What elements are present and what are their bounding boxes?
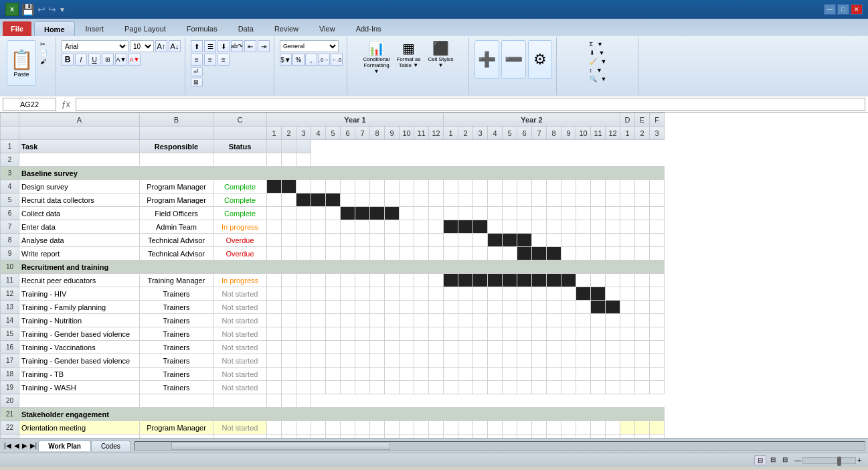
page-break-view-btn[interactable]: ⊟ <box>780 455 790 465</box>
table-row[interactable]: 8Analyse dataTechnical AdvisorOverdue <box>1 234 665 247</box>
table-row[interactable]: 17Training - Gender based violenceTraine… <box>1 354 665 368</box>
gantt-cell[interactable] <box>561 180 576 193</box>
paste-button[interactable]: 📋 Paste <box>7 40 36 86</box>
gantt-cell[interactable] <box>532 381 547 394</box>
gantt-cell[interactable] <box>311 193 326 207</box>
extra-cell[interactable] <box>635 274 650 287</box>
gantt-cell[interactable] <box>561 421 576 435</box>
gantt-cell[interactable] <box>488 421 503 435</box>
gantt-cell[interactable] <box>429 234 444 247</box>
gantt-cell[interactable] <box>458 220 473 234</box>
tab-first-btn[interactable]: |◀ <box>3 441 13 451</box>
extra-month-5[interactable]: 3 <box>650 127 665 140</box>
gantt-cell[interactable] <box>400 193 414 207</box>
status-cell[interactable]: Not started <box>213 354 267 368</box>
gantt-cell[interactable] <box>429 193 444 207</box>
gantt-cell[interactable] <box>576 354 591 368</box>
gantt-cell[interactable] <box>341 234 355 247</box>
extra-cell[interactable] <box>267 394 282 408</box>
gantt-cell[interactable] <box>341 180 355 193</box>
responsible-cell[interactable]: Trainers <box>140 381 213 394</box>
gantt-cell[interactable] <box>400 180 414 193</box>
y2-month-7[interactable]: 7 <box>532 127 547 140</box>
gantt-cell[interactable] <box>473 381 488 394</box>
gantt-cell[interactable] <box>400 247 414 260</box>
gantt-cell[interactable] <box>341 274 355 287</box>
formula-function-icon[interactable]: ƒx <box>59 100 73 109</box>
gantt-cell[interactable] <box>473 314 488 327</box>
gantt-cell[interactable] <box>326 354 341 368</box>
extra-cell[interactable] <box>650 287 665 301</box>
gantt-cell[interactable] <box>296 327 311 341</box>
horizontal-scrollbar[interactable] <box>135 441 865 451</box>
gantt-cell[interactable] <box>576 234 591 247</box>
gantt-cell[interactable] <box>517 274 532 287</box>
extra-cell[interactable] <box>635 287 650 301</box>
gantt-cell[interactable] <box>561 327 576 341</box>
gantt-cell[interactable] <box>458 368 473 381</box>
gantt-cell[interactable] <box>355 368 370 381</box>
font-name-select[interactable]: Arial <box>62 40 128 52</box>
gantt-cell[interactable] <box>458 301 473 314</box>
gantt-cell[interactable] <box>473 421 488 435</box>
gantt-cell[interactable] <box>326 421 341 435</box>
gantt-cell[interactable] <box>606 314 620 327</box>
gantt-cell[interactable] <box>591 314 606 327</box>
gantt-cell[interactable] <box>355 220 370 234</box>
merge-center-button[interactable]: ⊠ <box>191 78 203 87</box>
font-size-select[interactable]: 10 <box>130 40 154 52</box>
gantt-cell[interactable] <box>370 421 385 435</box>
status-cell[interactable]: In progress <box>213 220 267 234</box>
gantt-cell[interactable] <box>429 180 444 193</box>
extra-cell[interactable] <box>635 247 650 260</box>
gantt-cell[interactable] <box>400 234 414 247</box>
zoom-in-btn[interactable]: + <box>857 457 861 464</box>
task-cell[interactable]: Training - Gender based violence <box>19 327 140 341</box>
gantt-cell[interactable] <box>355 207 370 220</box>
gantt-cell[interactable] <box>503 180 517 193</box>
gantt-cell[interactable] <box>370 207 385 220</box>
gantt-cell[interactable] <box>488 234 503 247</box>
gantt-cell[interactable] <box>488 368 503 381</box>
gantt-cell[interactable] <box>488 274 503 287</box>
gantt-cell[interactable] <box>591 435 606 439</box>
gantt-cell[interactable] <box>444 234 458 247</box>
gantt-cell[interactable] <box>606 354 620 368</box>
gantt-cell[interactable] <box>282 220 296 234</box>
extra-cell[interactable] <box>635 435 650 439</box>
gantt-cell[interactable] <box>414 207 429 220</box>
gantt-cell[interactable] <box>488 341 503 354</box>
gantt-cell[interactable] <box>414 381 429 394</box>
autosum-button[interactable]: Σ ▼ <box>588 40 606 48</box>
gantt-cell[interactable] <box>296 341 311 354</box>
tab-formulas[interactable]: Formulas <box>177 21 228 36</box>
y2-month-6[interactable]: 6 <box>517 127 532 140</box>
gantt-cell[interactable] <box>282 314 296 327</box>
align-bottom-btn[interactable]: ⬇ <box>218 40 230 52</box>
italic-button[interactable]: I <box>75 54 87 66</box>
gantt-cell[interactable] <box>385 301 400 314</box>
gantt-cell[interactable] <box>517 368 532 381</box>
maximize-btn[interactable]: □ <box>837 4 849 15</box>
gantt-cell[interactable] <box>444 435 458 439</box>
gantt-cell[interactable] <box>517 180 532 193</box>
gantt-cell[interactable] <box>532 354 547 368</box>
gantt-cell[interactable] <box>503 207 517 220</box>
gantt-cell[interactable] <box>311 220 326 234</box>
gantt-cell[interactable] <box>576 193 591 207</box>
gantt-cell[interactable] <box>503 368 517 381</box>
gantt-cell[interactable] <box>326 327 341 341</box>
task-cell[interactable]: Training - Gender based violence <box>19 354 140 368</box>
gantt-cell[interactable] <box>311 301 326 314</box>
gantt-cell[interactable] <box>561 368 576 381</box>
gantt-cell[interactable] <box>414 234 429 247</box>
status-cell[interactable]: Not started <box>213 301 267 314</box>
fill-button[interactable]: ⬇ ▼ <box>588 49 607 57</box>
gantt-cell[interactable] <box>385 341 400 354</box>
gantt-cell[interactable] <box>341 421 355 435</box>
extra-cell[interactable] <box>620 354 635 368</box>
gantt-cell[interactable] <box>296 301 311 314</box>
gantt-cell[interactable] <box>400 207 414 220</box>
percent-btn[interactable]: % <box>292 54 305 66</box>
gantt-cell[interactable] <box>606 287 620 301</box>
